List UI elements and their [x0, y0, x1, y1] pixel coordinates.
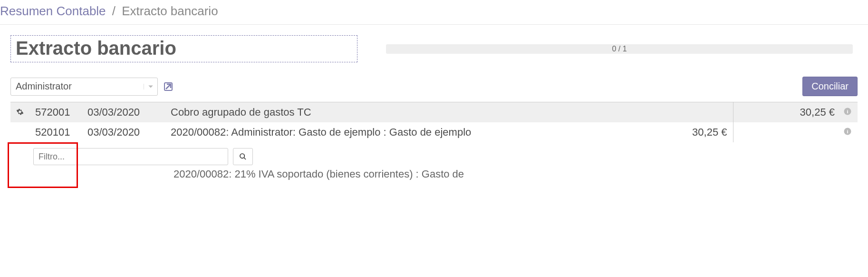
partner-select-value: Administrator	[16, 81, 72, 92]
partial-account	[33, 168, 90, 180]
cell-amount-credit	[733, 122, 838, 142]
cell-amount-credit: 30,25 €	[733, 102, 838, 123]
filter-row	[0, 142, 868, 165]
header-row: Extracto bancario 0 / 1	[0, 25, 868, 77]
table-row[interactable]: 520101 03/03/2020 2020/00082: Administra…	[10, 122, 858, 142]
reconciliation-table-wrap: 572001 03/03/2020 Cobro agrupado de gast…	[0, 102, 868, 142]
breadcrumb: Resumen Contable / Extracto bancario	[0, 0, 868, 25]
breadcrumb-link-resumen[interactable]: Resumen Contable	[0, 4, 106, 18]
progress-bar: 0 / 1	[386, 44, 853, 54]
filter-input[interactable]	[33, 148, 228, 165]
svg-text:i: i	[847, 109, 849, 114]
external-link-icon[interactable]	[163, 81, 174, 92]
partial-description: 2020/00082: 21% IVA soportado (bienes co…	[174, 168, 464, 180]
svg-text:i: i	[847, 129, 849, 134]
breadcrumb-separator: /	[112, 4, 116, 18]
page-title: Extracto bancario	[16, 38, 348, 59]
info-icon[interactable]: i	[838, 102, 858, 123]
gear-icon[interactable]	[10, 102, 29, 123]
reconcile-button[interactable]: Conciliar	[802, 77, 858, 96]
cell-date: 03/03/2020	[82, 102, 165, 123]
info-icon[interactable]: i	[838, 122, 858, 142]
search-button[interactable]	[233, 148, 253, 165]
partial-row: 2020/00082: 21% IVA soportado (bienes co…	[0, 165, 868, 180]
progress-wrap: 0 / 1	[386, 44, 853, 54]
cell-amount-debit: 30,25 €	[666, 122, 733, 142]
cell-description: 2020/00082: Administrator: Gasto de ejem…	[165, 122, 666, 142]
partner-select[interactable]: Administrator	[10, 78, 158, 96]
cell-amount-debit	[666, 102, 733, 123]
breadcrumb-current: Extracto bancario	[122, 4, 218, 18]
cell-description: Cobro agrupado de gastos TC	[165, 102, 666, 123]
partial-date	[90, 168, 174, 180]
reconciliation-table: 572001 03/03/2020 Cobro agrupado de gast…	[10, 102, 858, 142]
svg-line-6	[244, 158, 246, 159]
title-input-box[interactable]: Extracto bancario	[10, 35, 357, 62]
controls-row: Administrator Conciliar	[0, 77, 868, 102]
progress-text: 0 / 1	[612, 45, 627, 53]
cell-account: 572001	[29, 102, 82, 123]
cell-date: 03/03/2020	[82, 122, 165, 142]
svg-point-5	[240, 154, 244, 158]
table-row[interactable]: 572001 03/03/2020 Cobro agrupado de gast…	[10, 102, 858, 123]
cell-account: 520101	[29, 122, 82, 142]
chevron-down-icon	[144, 84, 154, 89]
